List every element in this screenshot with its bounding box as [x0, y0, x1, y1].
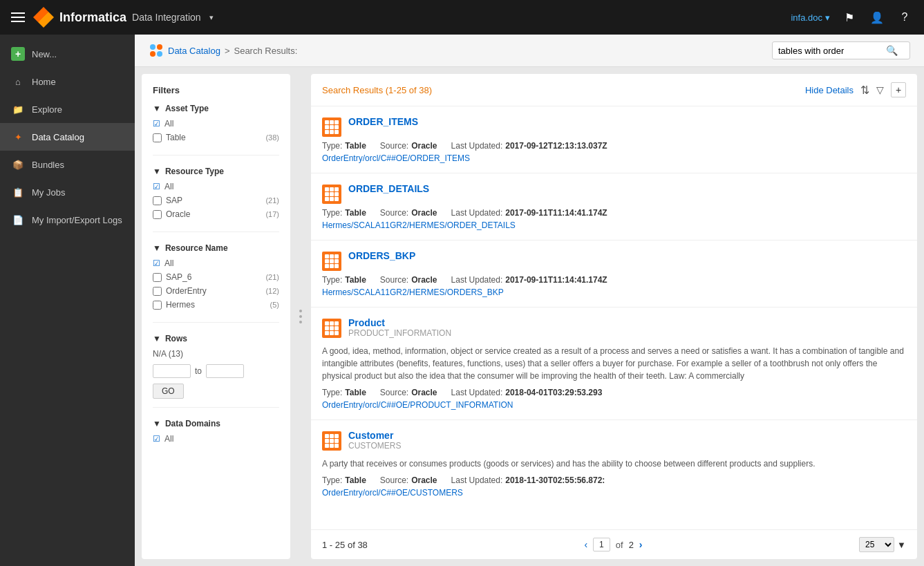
logo-container: Informatica Data Integration ▾ — [33, 7, 214, 28]
main-content: Data Catalog > Search Results: 🔍 Filters… — [135, 35, 924, 566]
filter-item-resource-oracle[interactable]: Oracle (17) — [153, 209, 279, 219]
checkbox-asset-table[interactable] — [153, 133, 162, 142]
prev-page-button[interactable]: ‹ — [584, 539, 587, 550]
filter-item-asset-table[interactable]: Table (38) — [153, 133, 279, 142]
breadcrumb-link[interactable]: Data Catalog — [168, 46, 220, 56]
next-page-button[interactable]: › — [639, 539, 643, 550]
filter-label-resource-type: Resource Type — [165, 167, 224, 176]
search-box: 🔍 — [772, 41, 910, 59]
sidebar-item-my-jobs[interactable]: 📋 My Jobs — [0, 178, 135, 206]
filter-item-resname-sap6[interactable]: SAP_6 (21) — [153, 272, 279, 282]
result-name-customer[interactable]: Customer — [348, 430, 393, 441]
result-name-order-items[interactable]: ORDER_ITEMS — [348, 116, 418, 127]
result-item-customer: Customer CUSTOMERS A party that receives… — [311, 420, 917, 507]
add-button[interactable]: + — [891, 82, 906, 97]
filter-item-resname-hermes[interactable]: Hermes (5) — [153, 300, 279, 310]
sidebar-item-home-label: Home — [32, 77, 56, 87]
rows-to-input[interactable] — [206, 364, 244, 378]
rows-go-button[interactable]: GO — [153, 384, 184, 399]
result-path-product[interactable]: OrderEntry/orcl/C##OE/PRODUCT_INFORMATIO… — [322, 400, 906, 410]
results-filter-icon[interactable]: ▽ — [876, 84, 884, 95]
checkbox-resname-hermes[interactable] — [153, 301, 162, 310]
filter-label-asset-type: Asset Type — [165, 104, 209, 113]
sidebar-item-new[interactable]: + New... — [0, 40, 135, 68]
result-name-orders-bkp[interactable]: ORDERS_BKP — [348, 250, 415, 261]
help-icon[interactable]: ? — [896, 11, 913, 23]
filter-item-resname-orderentry[interactable]: OrderEntry (12) — [153, 286, 279, 296]
filter-item-resource-all: ☑ All — [153, 182, 279, 191]
checkbox-resource-oracle[interactable] — [153, 210, 162, 219]
filter-header-asset-type[interactable]: ▼ Asset Type — [153, 104, 279, 113]
rows-to-label: to — [195, 366, 202, 376]
search-icon[interactable]: 🔍 — [886, 45, 898, 56]
sidebar: + New... ⌂ Home 📁 Explore ✦ Data Catalog… — [0, 35, 135, 566]
per-page-select[interactable]: 25 50 100 — [859, 537, 894, 552]
user-profile-icon[interactable]: 👤 — [869, 11, 885, 24]
divider-dot-3 — [299, 321, 302, 323]
sidebar-item-data-catalog[interactable]: ✦ Data Catalog — [0, 123, 135, 151]
filter-triangle-rows: ▼ — [153, 334, 161, 343]
result-path-order-items[interactable]: OrderEntry/orcl/C##OE/ORDER_ITEMS — [322, 153, 906, 163]
search-input[interactable] — [778, 46, 882, 56]
flag-icon[interactable]: ⚑ — [841, 11, 858, 24]
result-name-product[interactable]: Product — [348, 317, 385, 328]
filter-resname-hermes-count: (5) — [270, 301, 279, 309]
result-description-customer: A party that receives or consumes produc… — [322, 457, 906, 470]
rows-range-container: to — [153, 364, 279, 378]
checkbox-resname-orderentry[interactable] — [153, 287, 162, 296]
filter-triangle-resource-name: ▼ — [153, 243, 161, 253]
result-path-orders-bkp[interactable]: Hermes/SCALA11GR2/HERMES/ORDERS_BKP — [322, 287, 906, 297]
checkbox-resource-sap[interactable] — [153, 196, 162, 205]
results-header: Search Results (1-25 of 38) Hide Details… — [311, 74, 917, 106]
filter-section-resource-name: ▼ Resource Name ☑ All SAP_6 (21) Ord — [153, 243, 279, 323]
data-catalog-breadcrumb-icon — [149, 43, 164, 58]
filter-item-resource-sap[interactable]: SAP (21) — [153, 196, 279, 205]
result-subname-product: PRODUCT_INFORMATION — [348, 328, 451, 338]
import-export-icon: 📄 — [11, 213, 25, 227]
results-panel: Search Results (1-25 of 38) Hide Details… — [311, 74, 917, 559]
panel-resize-handle[interactable] — [297, 74, 304, 559]
result-meta-customer: Type: Table Source: Oracle Last Updated:… — [322, 475, 906, 485]
sidebar-item-catalog-label: Data Catalog — [32, 132, 84, 142]
result-item-product: Product PRODUCT_INFORMATION A good, idea… — [311, 308, 917, 420]
result-name-order-details[interactable]: ORDER_DETAILS — [348, 183, 429, 194]
sidebar-item-explore[interactable]: 📁 Explore — [0, 95, 135, 123]
nav-right: infa.doc ▾ ⚑ 👤 ? — [791, 11, 913, 24]
results-list: ORDER_ITEMS Type: Table Source: Oracle L… — [311, 106, 917, 529]
filter-header-resource-name[interactable]: ▼ Resource Name — [153, 243, 279, 253]
table-icon-order-items — [322, 117, 341, 137]
hide-details-button[interactable]: Hide Details — [805, 85, 854, 95]
current-page: 1 — [593, 538, 610, 551]
sidebar-item-import-export[interactable]: 📄 My Import/Export Logs — [0, 206, 135, 234]
filter-label-data-domains: Data Domains — [165, 419, 220, 428]
result-subname-customer: CUSTOMERS — [348, 441, 401, 451]
filter-item-asset-all: ☑ All — [153, 119, 279, 129]
filter-header-resource-type[interactable]: ▼ Resource Type — [153, 167, 279, 176]
filter-header-data-domains[interactable]: ▼ Data Domains — [153, 419, 279, 428]
checkbox-resname-sap6[interactable] — [153, 273, 162, 282]
top-navigation: Informatica Data Integration ▾ infa.doc … — [0, 0, 924, 35]
filter-asset-table-label: Table — [166, 133, 186, 142]
bundles-icon: 📦 — [11, 158, 25, 171]
results-of-label: of — [406, 85, 419, 95]
table-icon-product — [322, 319, 341, 338]
hamburger-menu[interactable] — [11, 12, 25, 22]
pagination-bar: 1 - 25 of 38 ‹ 1 of 2 › — [311, 529, 917, 559]
filter-section-data-domains: ▼ Data Domains ☑ All — [153, 419, 279, 456]
result-path-customer[interactable]: OrderEntry/orcl/C##OE/CUSTOMERS — [322, 488, 906, 498]
username-label: infa.doc — [791, 12, 822, 23]
sidebar-item-import-label: My Import/Export Logs — [32, 215, 122, 225]
result-item-order-details: ORDER_DETAILS Type: Table Source: Oracle… — [311, 173, 917, 240]
user-menu[interactable]: infa.doc ▾ — [791, 12, 830, 23]
sidebar-item-bundles[interactable]: 📦 Bundles — [0, 151, 135, 178]
sort-icon[interactable]: ⇅ — [860, 84, 869, 97]
total-pages: 2 — [629, 540, 634, 550]
result-item-order-items-header: ORDER_ITEMS — [322, 116, 906, 137]
pagination-range-start: 1 — [322, 540, 327, 550]
filter-header-rows[interactable]: ▼ Rows — [153, 334, 279, 343]
informatica-logo — [33, 7, 54, 28]
rows-from-input[interactable] — [153, 364, 191, 378]
sidebar-item-home[interactable]: ⌂ Home — [0, 68, 135, 95]
product-chevron-icon[interactable]: ▾ — [209, 13, 214, 22]
result-path-order-details[interactable]: Hermes/SCALA11GR2/HERMES/ORDER_DETAILS — [322, 220, 906, 230]
